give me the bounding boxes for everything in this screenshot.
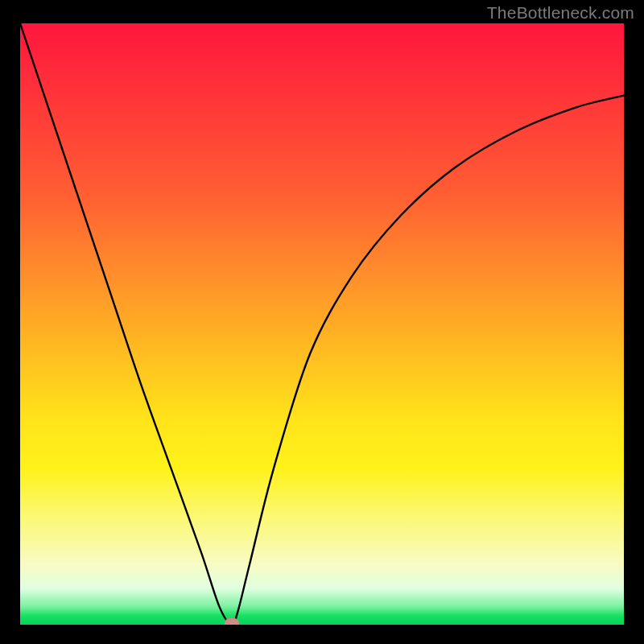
minimum-marker bbox=[225, 618, 239, 625]
watermark-label: TheBottleneck.com bbox=[487, 3, 634, 23]
bottleneck-curve bbox=[20, 23, 624, 625]
chart-frame: TheBottleneck.com bbox=[0, 0, 644, 644]
plot-area bbox=[20, 23, 624, 625]
